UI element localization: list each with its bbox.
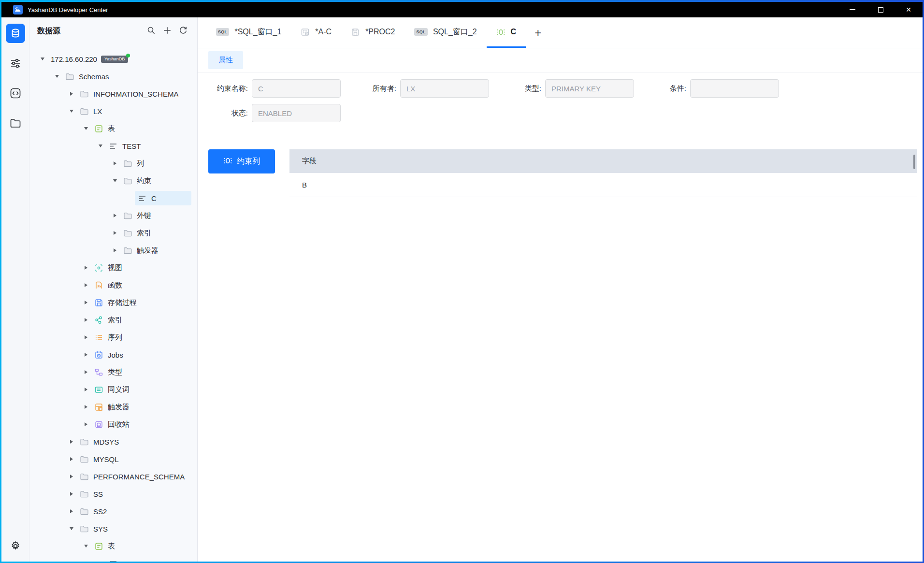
expander-closed-icon[interactable] bbox=[110, 161, 120, 165]
expander-closed-icon[interactable] bbox=[66, 440, 77, 444]
tree-node-Schemas[interactable]: Schemas bbox=[29, 68, 197, 85]
expander-closed-icon[interactable] bbox=[66, 475, 77, 478]
constraint-icon bbox=[223, 156, 232, 167]
tree-node-SYS[interactable]: SYS bbox=[29, 520, 197, 537]
expander-closed-icon[interactable] bbox=[81, 405, 91, 409]
editor-tab-SQL_窗口_2[interactable]: SQLSQL_窗口_2 bbox=[404, 17, 486, 48]
tree-node-LX[interactable]: LX bbox=[29, 102, 197, 120]
tree-node-PERFORMANCE_SCHEMA[interactable]: PERFORMANCE_SCHEMA bbox=[29, 468, 197, 485]
folder-icon bbox=[123, 229, 132, 238]
rail-item-code[interactable] bbox=[6, 84, 25, 103]
tree-node-表[interactable]: 表 bbox=[29, 537, 197, 555]
tree-node-partial[interactable] bbox=[29, 555, 197, 562]
field-input[interactable] bbox=[690, 79, 779, 98]
expander-closed-icon[interactable] bbox=[81, 283, 91, 287]
expander-closed-icon[interactable] bbox=[110, 231, 120, 235]
tab-label: SQL_窗口_2 bbox=[433, 27, 477, 37]
settings-button[interactable] bbox=[10, 540, 21, 552]
expander-closed-icon[interactable] bbox=[81, 301, 91, 304]
tree-node-序列[interactable]: 序列 bbox=[29, 329, 197, 346]
folder-icon bbox=[80, 107, 89, 116]
tree-node-存储过程[interactable]: 存储过程 bbox=[29, 294, 197, 311]
expander-open-icon[interactable] bbox=[37, 58, 48, 60]
tree-node-SS2[interactable]: SS2 bbox=[29, 503, 197, 520]
tab-properties[interactable]: 属性 bbox=[208, 51, 243, 69]
tree-node-label: 视图 bbox=[108, 263, 122, 273]
list-icon bbox=[109, 559, 118, 562]
expander-open-icon[interactable] bbox=[52, 75, 62, 78]
expander-open-icon[interactable] bbox=[66, 110, 77, 113]
tree-node-回收站[interactable]: 回收站 bbox=[29, 416, 197, 433]
tree-node-外键[interactable]: 外键 bbox=[29, 207, 197, 224]
tree-node-label: 函数 bbox=[108, 281, 122, 290]
tree-node-索引[interactable]: 索引 bbox=[29, 224, 197, 242]
tree-node-172.16.60.220[interactable]: 172.16.60.220YashanDB bbox=[29, 50, 197, 68]
expander-open-icon[interactable] bbox=[81, 545, 91, 548]
tree-node-触发器[interactable]: 触发器 bbox=[29, 242, 197, 259]
expander-closed-icon[interactable] bbox=[81, 353, 91, 357]
tree-node-MYSQL[interactable]: MYSQL bbox=[29, 450, 197, 468]
tree-node-Jobs[interactable]: Jobs bbox=[29, 346, 197, 363]
tree-node-视图[interactable]: 视图 bbox=[29, 259, 197, 276]
tree-node-MDSYS[interactable]: MDSYS bbox=[29, 433, 197, 450]
table-row[interactable]: B bbox=[289, 173, 917, 197]
expander-closed-icon[interactable] bbox=[81, 422, 91, 426]
view-icon bbox=[94, 263, 103, 273]
window-frame: YashanDB Developer Center ✕ 数据源 172.16.6… bbox=[0, 0, 924, 563]
table-scrollbar-thumb[interactable] bbox=[913, 155, 915, 169]
expander-open-icon[interactable] bbox=[81, 127, 91, 130]
table-icon bbox=[94, 124, 103, 133]
rail-item-tuning[interactable] bbox=[6, 54, 25, 73]
expander-open-icon[interactable] bbox=[110, 179, 120, 182]
plus-icon[interactable] bbox=[163, 26, 173, 36]
rail-item-files[interactable] bbox=[6, 114, 25, 133]
tree-node-类型[interactable]: 类型 bbox=[29, 363, 197, 381]
expander-closed-icon[interactable] bbox=[66, 457, 77, 461]
expander-closed-icon[interactable] bbox=[81, 335, 91, 339]
sql-file-icon: SQL bbox=[414, 28, 427, 36]
tree-node-列[interactable]: 列 bbox=[29, 155, 197, 172]
editor-tab-C[interactable]: C bbox=[487, 17, 526, 48]
tree-node-C[interactable]: C bbox=[29, 189, 197, 207]
refresh-icon[interactable] bbox=[179, 26, 188, 36]
tree-node-同义词[interactable]: 同义词 bbox=[29, 381, 197, 398]
expander-closed-icon[interactable] bbox=[66, 509, 77, 513]
expander-open-icon[interactable] bbox=[95, 144, 106, 147]
tree-node-约束[interactable]: 约束 bbox=[29, 172, 197, 189]
expander-closed-icon[interactable] bbox=[81, 266, 91, 270]
expander-closed-icon[interactable] bbox=[81, 370, 91, 374]
field-input[interactable] bbox=[252, 79, 341, 98]
constraint-columns-button[interactable]: 约束列 bbox=[208, 149, 275, 173]
new-tab-button[interactable]: + bbox=[526, 17, 550, 48]
rail-item-datasource[interactable] bbox=[6, 24, 25, 43]
expander-closed-icon[interactable] bbox=[81, 388, 91, 391]
search-icon[interactable] bbox=[147, 26, 157, 36]
field-input[interactable] bbox=[545, 79, 634, 98]
editor-tab-A-C[interactable]: *A-C bbox=[291, 17, 341, 48]
tree-node-TEST[interactable]: TEST bbox=[29, 137, 197, 155]
tree-node-INFORMATION_SCHEMA[interactable]: INFORMATION_SCHEMA bbox=[29, 85, 197, 102]
tree-node-SS[interactable]: SS bbox=[29, 485, 197, 503]
tree-node-label: INFORMATION_SCHEMA bbox=[93, 90, 178, 98]
maximize-button[interactable] bbox=[866, 2, 895, 17]
close-button[interactable]: ✕ bbox=[895, 2, 923, 17]
activity-bar bbox=[1, 17, 29, 562]
expander-closed-icon[interactable] bbox=[110, 248, 120, 252]
editor-tab-SQL_窗口_1[interactable]: SQL*SQL_窗口_1 bbox=[206, 17, 291, 48]
expander-closed-icon[interactable] bbox=[66, 492, 77, 496]
tree-node-触发器[interactable]: 触发器 bbox=[29, 398, 197, 416]
expander-closed-icon[interactable] bbox=[81, 318, 91, 322]
minimize-button[interactable] bbox=[838, 2, 866, 17]
expander-closed-icon[interactable] bbox=[110, 214, 120, 217]
tree-node-表[interactable]: 表 bbox=[29, 120, 197, 137]
tab-label: *A-C bbox=[315, 28, 332, 36]
field-input[interactable] bbox=[252, 104, 341, 122]
folder-icon bbox=[80, 490, 89, 499]
expander-open-icon[interactable] bbox=[66, 527, 77, 530]
tree-node-索引[interactable]: 索引 bbox=[29, 311, 197, 329]
tree-node-函数[interactable]: Fx函数 bbox=[29, 276, 197, 294]
tree-node-label: Jobs bbox=[108, 351, 123, 359]
expander-closed-icon[interactable] bbox=[66, 92, 77, 96]
editor-tab-PROC2[interactable]: *PROC2 bbox=[341, 17, 404, 48]
field-input[interactable] bbox=[400, 79, 489, 98]
